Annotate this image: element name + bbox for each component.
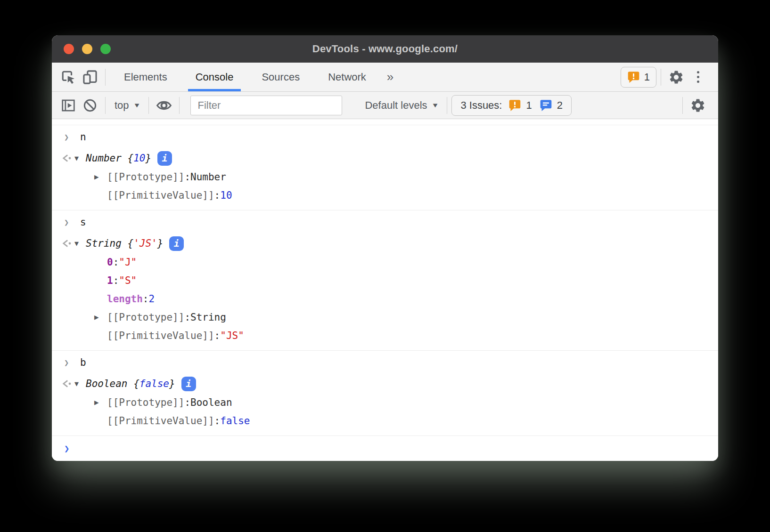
close-button[interactable] [64, 44, 74, 54]
property-name: 1 [107, 275, 113, 286]
property-value: "JS" [220, 330, 244, 341]
prompt-chevron-icon: ❯ [64, 443, 69, 453]
property-row[interactable]: ▶ [[Prototype]]: Boolean [52, 393, 718, 411]
separator [179, 97, 180, 114]
device-toolbar-button[interactable] [79, 66, 101, 88]
property-name: [[PrimitiveValue]] [107, 415, 214, 427]
tab-console[interactable]: Console [181, 63, 248, 91]
minimize-button[interactable] [82, 44, 92, 54]
zoom-button[interactable] [100, 44, 111, 54]
device-toolbar-icon [82, 69, 98, 85]
property-name: [[Prototype]] [107, 397, 184, 408]
issues-count: 1 [644, 71, 650, 83]
expand-triangle-icon[interactable]: ▶ [94, 172, 99, 181]
issues-summary-label: 3 Issues: [460, 99, 502, 112]
command-text: b [80, 357, 86, 368]
info-badge-icon[interactable]: i [181, 377, 196, 391]
object-preview[interactable]: ▼ Boolean {false} i [52, 374, 718, 393]
context-selector[interactable]: top ▼ [110, 99, 144, 112]
tab-label: Console [196, 71, 234, 83]
issues-badge[interactable]: 1 [621, 67, 656, 88]
property-name: 0 [107, 257, 113, 268]
kebab-menu-icon [688, 71, 707, 83]
log-levels-selector[interactable]: Default levels ▼ [360, 99, 442, 112]
issue-bubble-icon [627, 71, 640, 83]
console-command: ❯ s [52, 210, 718, 234]
issues-summary[interactable]: 3 Issues: 1 2 [451, 95, 572, 116]
object-header: String {'JS'} [86, 238, 163, 249]
issue-bubble-icon [508, 99, 521, 112]
command-text: s [80, 217, 86, 228]
gear-icon [668, 69, 684, 85]
property-value: 10 [220, 190, 232, 201]
colon: : [214, 330, 221, 341]
property-row[interactable]: length: 2 [52, 290, 718, 308]
devtools-window: DevTools - www.google.com/ Elements C [52, 35, 718, 461]
expand-triangle-icon[interactable]: ▼ [74, 239, 86, 248]
expand-triangle-icon[interactable]: ▶ [94, 398, 99, 407]
result-arrow-icon [61, 379, 74, 388]
more-options-button[interactable] [687, 66, 709, 88]
property-value: false [220, 415, 250, 427]
traffic-lights [64, 35, 111, 63]
property-value: 2 [149, 293, 155, 305]
console-sidebar-button[interactable] [57, 95, 79, 116]
info-badge-icon[interactable]: i [157, 151, 172, 166]
property-name: [[Prototype]] [107, 171, 184, 183]
colon: : [184, 397, 190, 408]
console-command: ❯ n [52, 125, 718, 149]
console-entry-group: ❯ n ▼ Number {10} i ▶ [[Prototype]]: Num… [52, 125, 718, 210]
command-chevron-icon: ❯ [64, 218, 80, 227]
console-result: ▼ Number {10} i ▶ [[Prototype]]: Number … [52, 149, 718, 210]
property-name: [[PrimitiveValue]] [107, 330, 214, 341]
property-value: String [190, 312, 226, 323]
filter-input[interactable] [190, 96, 342, 115]
issue-error-count: 1 [526, 99, 532, 112]
console-prompt[interactable]: ❯ [52, 435, 718, 460]
clear-console-button[interactable] [79, 95, 101, 116]
console-settings-button[interactable] [687, 95, 709, 116]
separator [682, 97, 683, 114]
expand-triangle-icon[interactable]: ▼ [74, 154, 86, 162]
property-name: [[Prototype]] [107, 312, 184, 323]
property-row[interactable]: 0: "J" [52, 253, 718, 271]
result-arrow-icon [61, 153, 74, 163]
object-preview[interactable]: ▼ Number {10} i [52, 149, 718, 168]
property-row[interactable]: [[PrimitiveValue]]: false [52, 411, 718, 430]
sidebar-panel-icon [61, 98, 76, 113]
property-row[interactable]: ▶ [[Prototype]]: String [52, 308, 718, 326]
property-name: length [107, 293, 143, 305]
tab-elements[interactable]: Elements [110, 63, 181, 91]
property-row[interactable]: [[PrimitiveValue]]: "JS" [52, 326, 718, 345]
property-row[interactable]: [[PrimitiveValue]]: 10 [52, 186, 718, 204]
more-tabs-button[interactable]: » [380, 70, 400, 84]
colon: : [184, 171, 190, 183]
eye-icon [156, 97, 172, 113]
console-toolbar: top ▼ Default levels ▼ 3 Issues: [52, 92, 718, 119]
gear-icon [690, 97, 706, 113]
inspect-cursor-icon [60, 69, 76, 85]
property-row[interactable]: 1: "S" [52, 271, 718, 290]
command-chevron-icon: ❯ [64, 358, 80, 367]
expand-triangle-icon[interactable]: ▶ [94, 313, 99, 322]
tab-sources[interactable]: Sources [247, 63, 314, 91]
property-row[interactable]: ▶ [[Prototype]]: Number [52, 168, 718, 186]
console-messages: ❯ n ▼ Number {10} i ▶ [[Prototype]]: Num… [52, 119, 718, 461]
inspect-element-button[interactable] [57, 66, 79, 88]
object-header: Number {10} [86, 153, 151, 164]
info-badge-icon[interactable]: i [169, 236, 184, 251]
command-text: n [80, 131, 86, 143]
live-expression-button[interactable] [153, 95, 175, 116]
object-preview[interactable]: ▼ String {'JS'} i [52, 234, 718, 253]
tab-label: Sources [262, 71, 300, 83]
separator [447, 97, 447, 114]
colon: : [143, 293, 149, 305]
property-value: "J" [119, 257, 137, 268]
command-chevron-icon: ❯ [64, 132, 80, 142]
tab-network[interactable]: Network [314, 63, 380, 91]
settings-button[interactable] [665, 66, 687, 88]
colon: : [113, 257, 119, 268]
separator [661, 69, 661, 86]
colon: : [214, 190, 221, 201]
expand-triangle-icon[interactable]: ▼ [74, 379, 86, 388]
